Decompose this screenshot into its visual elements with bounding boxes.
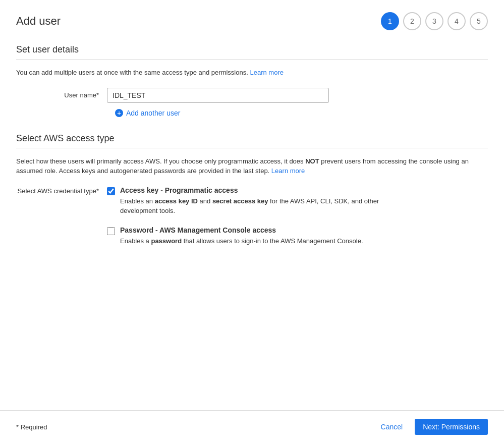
credential-row: Select AWS credential type* Access key -… bbox=[16, 186, 488, 246]
console-access-checkbox[interactable] bbox=[107, 227, 115, 235]
credential-type-label: Select AWS credential type* bbox=[16, 186, 107, 246]
footer: * Required Cancel Next: Permissions bbox=[0, 410, 504, 443]
set-user-description: You can add multiple users at once with … bbox=[16, 68, 488, 78]
footer-actions: Cancel Next: Permissions bbox=[375, 419, 488, 435]
access-type-title: Select AWS access type bbox=[16, 133, 488, 144]
next-permissions-button[interactable]: Next: Permissions bbox=[415, 419, 488, 435]
programmatic-access-checkbox[interactable] bbox=[107, 187, 115, 195]
username-row: User name* bbox=[16, 88, 488, 103]
step-1: 1 bbox=[381, 12, 399, 30]
step-5: 5 bbox=[470, 12, 488, 30]
programmatic-access-title: Access key - Programmatic access bbox=[120, 186, 413, 194]
programmatic-access-desc: Enables an access key ID and secret acce… bbox=[120, 196, 413, 216]
console-access-desc: Enables a password that allows users to … bbox=[120, 236, 363, 246]
add-another-user-row: + Add another user bbox=[115, 109, 488, 117]
step-3: 3 bbox=[425, 12, 443, 30]
access-type-section: Select AWS access type Select how these … bbox=[16, 133, 488, 246]
credential-options: Access key - Programmatic access Enables… bbox=[107, 186, 413, 246]
access-type-learn-more-link[interactable]: Learn more bbox=[271, 167, 305, 175]
console-access-content: Password - AWS Management Console access… bbox=[120, 226, 363, 246]
required-note: * Required bbox=[16, 423, 47, 431]
add-another-user-link[interactable]: + Add another user bbox=[115, 109, 180, 117]
username-label: User name* bbox=[16, 91, 107, 99]
set-user-details-title: Set user details bbox=[16, 44, 488, 55]
step-indicators: 1 2 3 4 5 bbox=[381, 12, 488, 30]
access-type-description: Select how these users will primarily ac… bbox=[16, 156, 488, 176]
section-divider-2 bbox=[16, 148, 488, 148]
username-input[interactable] bbox=[107, 88, 329, 103]
plus-icon: + bbox=[115, 109, 123, 117]
section-divider-1 bbox=[16, 59, 488, 60]
programmatic-access-content: Access key - Programmatic access Enables… bbox=[120, 186, 413, 216]
page-header: Add user 1 2 3 4 5 bbox=[16, 12, 488, 30]
cancel-button[interactable]: Cancel bbox=[375, 419, 409, 435]
console-access-title: Password - AWS Management Console access bbox=[120, 226, 363, 234]
set-user-learn-more-link[interactable]: Learn more bbox=[250, 69, 283, 76]
programmatic-access-option: Access key - Programmatic access Enables… bbox=[107, 186, 413, 216]
step-4: 4 bbox=[447, 12, 466, 30]
page-title: Add user bbox=[16, 15, 61, 28]
set-user-details-section: Set user details You can add multiple us… bbox=[16, 44, 488, 117]
step-2: 2 bbox=[403, 12, 421, 30]
console-access-option: Password - AWS Management Console access… bbox=[107, 226, 413, 246]
